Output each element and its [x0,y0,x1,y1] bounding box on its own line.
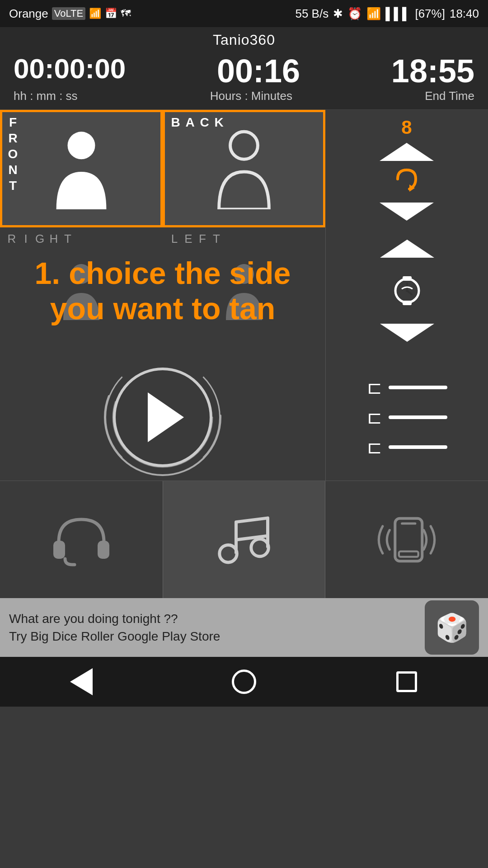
arrow-up-2-icon[interactable] [380,240,434,258]
front-person-icon [50,128,113,209]
svg-rect-7 [403,301,412,305]
list-line-3 [389,445,447,449]
headphone-button[interactable] [0,481,163,598]
list-row-3: ⊏ [367,437,447,458]
back-arrow-icon [70,668,93,695]
right-panel-mid [325,227,488,354]
status-right: 55 B/s ✱ ⏰ 📶 ▌▌▌ [67%] 18:40 [295,7,479,21]
carrier-label: Orange [9,7,48,21]
svg-rect-11 [53,541,65,559]
duration-block: 00:16 [217,55,300,87]
svg-point-1 [230,132,258,159]
ad-banner[interactable]: What are you doing tonight ?? Try Big Di… [0,598,488,657]
phone-vibrate-icon [375,513,438,567]
clock-label: 18:40 [450,7,479,21]
list-line-1 [389,386,447,389]
play-circle [113,368,212,467]
arrow-up-icon[interactable] [380,143,434,161]
session-badge: 8 [401,117,412,138]
calendar-icon: 📅 [105,8,117,19]
label-row: hh : mm : ss Hours : Minutes End Time [0,89,488,110]
instruction-text: 1. choice the side you want to tan [0,227,325,354]
end-time-label: End Time [425,89,474,103]
nav-bar [0,657,488,707]
svg-point-16 [251,539,269,557]
front-label: FRONT [5,115,20,194]
svg-rect-18 [401,522,416,524]
bottom-icons-row [0,481,488,598]
ad-text: What are you doing tonight ?? Try Big Di… [9,610,416,645]
location-icon: 🗺 [121,8,131,19]
nav-recents-button[interactable] [391,666,422,698]
ad-question: What are you doing tonight ?? [9,612,178,626]
timer-row: 00:00:00 00:16 18:55 [0,51,488,89]
replay-icon[interactable] [389,165,425,198]
end-time-block: 18:55 [391,55,474,87]
back-person-icon [212,128,276,209]
signal-icon: ▌▌▌ [385,7,410,21]
wifi-icon: 📶 [366,7,381,21]
svg-rect-6 [403,276,412,281]
bracket-icon-2: ⊏ [367,407,382,428]
end-time-value: 18:55 [391,55,474,87]
svg-point-0 [68,132,95,159]
right-panel-top: 8 [325,110,488,227]
main-grid: FRONT BACK 8 RIGHT [0,110,488,481]
elapsed-label: hh : mm : ss [14,89,78,103]
dice-icon: 🎲 [435,612,469,644]
front-side-tile[interactable]: FRONT [0,110,163,227]
duration-label: Hours : Minutes [210,89,292,103]
play-button[interactable] [0,354,325,481]
alarm-icon: ⏰ [347,7,362,21]
music-button[interactable] [163,481,325,598]
svg-rect-12 [98,541,109,559]
nav-back-button[interactable] [66,666,97,698]
play-triangle-icon [148,392,184,442]
status-left: Orange VoLTE 📶 📅 🗺 [9,7,131,21]
elapsed-time-block: 00:00:00 [14,55,126,83]
svg-point-8 [406,289,408,292]
vibrate-button[interactable] [325,481,488,598]
headphone-icon [50,513,113,567]
arrow-down-icon[interactable] [380,203,434,221]
bracket-icon-3: ⊏ [367,437,382,458]
volte-badge: VoLTE [52,7,85,20]
list-icon: ⊏ ⊏ ⊏ [367,377,447,458]
list-line-2 [389,415,447,419]
speed-label: 55 B/s [295,7,328,21]
instruction-tile: RIGHT LEFT 1. choice the side you want t… [0,227,325,354]
status-bar: Orange VoLTE 📶 📅 🗺 55 B/s ✱ ⏰ 📶 ▌▌▌ [67%… [0,0,488,27]
ad-cta: Try Big Dice Roller Google Play Store [9,629,220,643]
recents-square-icon [396,671,417,692]
elapsed-value: 00:00:00 [14,55,126,83]
list-row-1: ⊏ [367,377,447,398]
bracket-icon-1: ⊏ [367,377,382,398]
duration-value: 00:16 [217,55,300,87]
arrow-down-2-icon[interactable] [380,324,434,342]
svg-rect-19 [399,551,418,557]
battery-icon: [67%] [415,7,445,21]
home-circle-icon [232,670,256,694]
ift-icon: 📶 [89,8,101,19]
music-icon [212,513,276,567]
svg-point-15 [220,545,237,562]
bluetooth-icon: ✱ [333,7,343,21]
watch-icon [389,273,425,309]
list-row-2: ⊏ [367,407,447,428]
nav-home-button[interactable] [228,666,260,698]
ad-app-icon: 🎲 [425,600,479,655]
list-button[interactable]: ⊏ ⊏ ⊏ [325,354,488,481]
back-side-tile[interactable]: BACK [163,110,325,227]
app-title: Tanio360 [0,27,488,51]
